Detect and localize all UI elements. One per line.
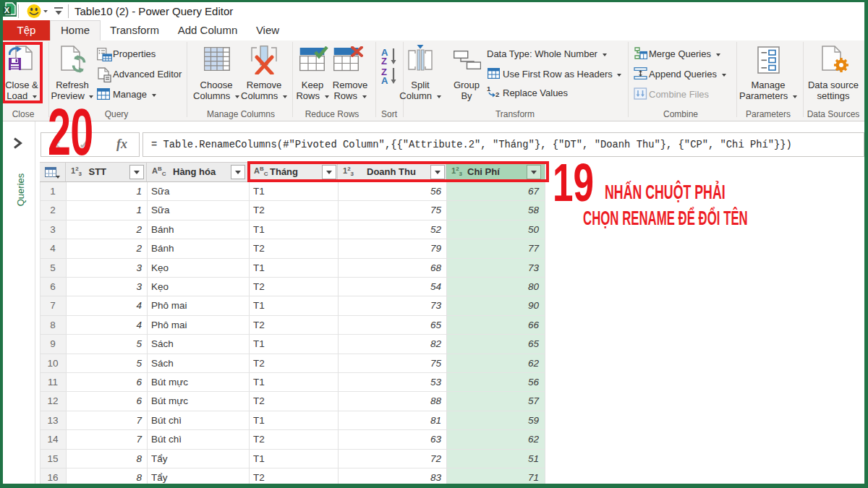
svg-text:X: X [4,6,10,14]
svg-text:1: 1 [487,85,491,93]
svg-text:2: 2 [495,90,499,98]
svg-text:Z: Z [381,56,387,66]
